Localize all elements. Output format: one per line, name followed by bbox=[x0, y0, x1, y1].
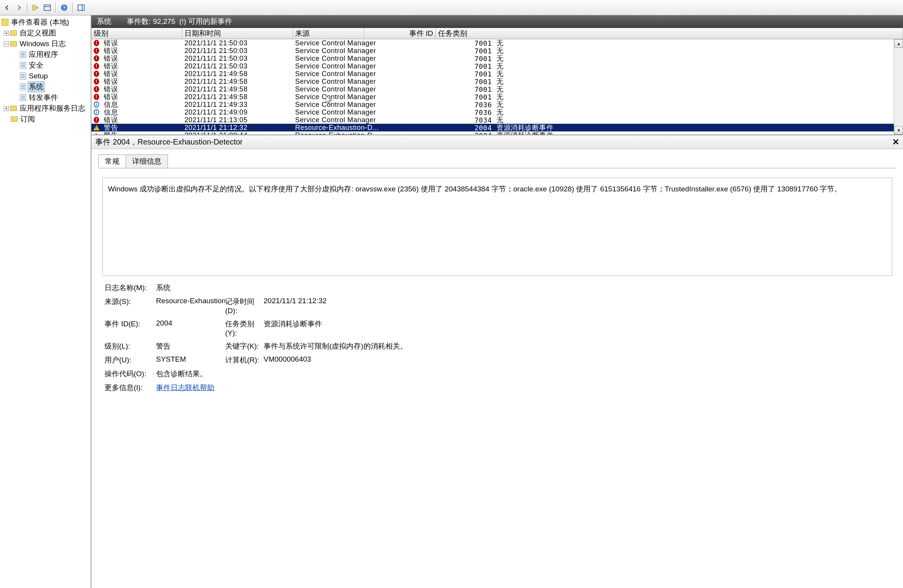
col-level[interactable]: 级别 bbox=[91, 28, 182, 39]
row-icon-cell: ! bbox=[91, 71, 101, 77]
row-source: Service Control Manager bbox=[293, 70, 423, 78]
event-row[interactable]: !错误2021/11/1 21:49:58Service Control Man… bbox=[91, 70, 903, 78]
row-icon-cell: ! bbox=[91, 48, 101, 54]
row-event-id: 7001 bbox=[423, 62, 494, 70]
col-datetime[interactable]: 日期和时间 bbox=[182, 28, 293, 39]
tree-application-log[interactable]: 应用程序 bbox=[0, 49, 91, 60]
row-icon-cell: ! bbox=[91, 78, 101, 85]
row-source: Service Control Manager bbox=[293, 101, 423, 109]
event-row[interactable]: 警告2021/11/1 21:12:32Resource-Exhaustion-… bbox=[91, 124, 903, 131]
log-icon bbox=[20, 73, 26, 80]
tree-custom-views[interactable]: + 自定义视图 bbox=[0, 28, 91, 38]
tree-system-log[interactable]: 系统 bbox=[0, 81, 91, 92]
label-log-name: 日志名称(M): bbox=[105, 283, 156, 293]
properties-button[interactable] bbox=[41, 2, 53, 13]
label-record-time: 记录时间(D): bbox=[225, 297, 264, 315]
tree-setup-log[interactable]: Setup bbox=[0, 71, 91, 81]
tree-security-log[interactable]: 安全 bbox=[0, 60, 91, 71]
error-icon: ! bbox=[94, 55, 99, 61]
tree-label: 安全 bbox=[28, 60, 45, 70]
event-row[interactable]: !错误2021/11/1 21:50:03Service Control Man… bbox=[91, 39, 903, 47]
main-container: 事件查看器 (本地) + 自定义视图 − Windows 日志 应用程序 安全 … bbox=[0, 15, 903, 588]
event-viewer-icon bbox=[2, 19, 8, 26]
action-pane-button[interactable] bbox=[75, 2, 87, 13]
more-info-link[interactable]: 事件日志联机帮助 bbox=[156, 383, 896, 393]
close-icon[interactable]: ✕ bbox=[892, 137, 899, 147]
row-source: Service Control Manager bbox=[293, 78, 423, 86]
tree-app-service-logs[interactable]: + 应用程序和服务日志 bbox=[0, 103, 91, 114]
event-row[interactable]: !错误2021/11/1 21:49:58Service Control Man… bbox=[91, 93, 903, 101]
value-opcode: 包含诊断结果。 bbox=[156, 369, 896, 379]
tab-general[interactable]: 常规 bbox=[98, 154, 126, 168]
forward-button[interactable] bbox=[13, 2, 25, 13]
tree-forwarded-events[interactable]: 转发事件 bbox=[0, 92, 91, 103]
back-button[interactable] bbox=[2, 2, 13, 13]
row-event-id: 7001 bbox=[423, 78, 494, 86]
label-more-info: 更多信息(I): bbox=[105, 383, 156, 393]
show-hide-tree-button[interactable] bbox=[30, 2, 41, 13]
event-row[interactable]: !错误2021/11/1 21:49:58Service Control Man… bbox=[91, 85, 903, 93]
tree-windows-logs[interactable]: − Windows 日志 bbox=[0, 38, 91, 49]
row-datetime: 2021/11/1 21:50:03 bbox=[182, 47, 293, 55]
row-event-id: 2004 bbox=[423, 131, 494, 136]
right-pane: 系统 事件数: 92,275 (!) 可用的新事件 级别 日期和时间 来源 事件… bbox=[91, 15, 903, 588]
row-datetime: 2021/11/1 21:50:03 bbox=[182, 39, 293, 47]
expand-icon[interactable]: + bbox=[4, 31, 9, 36]
toolbar-separator bbox=[55, 2, 56, 13]
col-label: 事件 ID bbox=[409, 28, 433, 38]
tree-root[interactable]: 事件查看器 (本地) bbox=[0, 17, 91, 28]
tab-details[interactable]: 详细信息 bbox=[126, 154, 168, 168]
collapse-icon[interactable]: − bbox=[4, 42, 9, 47]
tree-label: 转发事件 bbox=[28, 93, 59, 103]
scroll-track[interactable] bbox=[894, 48, 903, 126]
event-row[interactable]: !错误2021/11/1 21:13:05Service Control Man… bbox=[91, 116, 903, 124]
help-button[interactable]: ? bbox=[58, 2, 70, 13]
row-event-id: 7001 bbox=[423, 39, 494, 47]
scroll-up-button[interactable]: ▴ bbox=[894, 39, 903, 48]
row-datetime: 2021/11/1 21:49:33 bbox=[182, 101, 293, 109]
tree-subscriptions[interactable]: 订阅 bbox=[0, 114, 91, 125]
event-row[interactable]: i信息2021/11/1 21:49:09Service Control Man… bbox=[91, 108, 903, 116]
event-row[interactable]: !错误2021/11/1 21:50:03Service Control Man… bbox=[91, 62, 903, 70]
row-source: Service Control Manager bbox=[293, 85, 423, 93]
event-row[interactable]: !错误2021/11/1 21:50:03Service Control Man… bbox=[91, 55, 903, 62]
tree-label: 应用程序 bbox=[28, 50, 59, 60]
value-computer: VM000006403 bbox=[264, 355, 896, 365]
col-event-id[interactable]: 事件 ID bbox=[364, 28, 436, 39]
error-icon: ! bbox=[94, 48, 99, 54]
event-row[interactable]: !错误2021/11/1 21:50:03Service Control Man… bbox=[91, 47, 903, 55]
label-event-id: 事件 ID(E): bbox=[105, 319, 156, 337]
svg-text:?: ? bbox=[63, 5, 66, 10]
row-icon-cell: i bbox=[91, 109, 101, 115]
svg-rect-0 bbox=[33, 5, 35, 10]
new-events-indicator: (!) 可用的新事件 bbox=[179, 17, 232, 27]
event-row[interactable]: 警告2021/11/1 21:00:44Resource-Exhaustion-… bbox=[91, 131, 903, 135]
value-source: Resource-Exhaustion-Dete bbox=[156, 297, 225, 315]
row-datetime: 2021/11/1 21:12:32 bbox=[182, 124, 293, 132]
vertical-scrollbar[interactable]: ▴ ▾ bbox=[894, 39, 903, 135]
scroll-down-button[interactable]: ▾ bbox=[894, 126, 903, 135]
row-event-id: 7034 bbox=[423, 116, 494, 124]
row-source: Service Control Manager bbox=[293, 108, 423, 116]
value-task-cat: 资源消耗诊断事件 bbox=[264, 319, 896, 337]
detail-pane: 事件 2004，Resource-Exhaustion-Detector ✕ 常… bbox=[91, 135, 903, 588]
toolbar-separator bbox=[27, 2, 28, 13]
row-icon-cell: ! bbox=[91, 40, 101, 46]
value-record-time: 2021/11/1 21:12:32 bbox=[264, 297, 896, 315]
col-source[interactable]: 来源 bbox=[293, 28, 364, 39]
row-source: Resource-Exhaustion-D... bbox=[293, 124, 423, 132]
log-title: 系统 bbox=[97, 17, 111, 27]
event-row[interactable]: i信息2021/11/1 21:49:33Service Control Man… bbox=[91, 101, 903, 108]
event-count-label: 事件数: bbox=[127, 17, 151, 27]
expand-icon[interactable]: + bbox=[4, 106, 9, 111]
toolbar: ? bbox=[0, 0, 903, 15]
row-event-id: 7036 bbox=[423, 108, 494, 116]
event-properties: 日志名称(M): 系统 来源(S): Resource-Exhaustion-D… bbox=[105, 283, 896, 393]
col-label: 日期和时间 bbox=[184, 28, 221, 38]
log-header-bar: 系统 事件数: 92,275 (!) 可用的新事件 bbox=[91, 15, 903, 28]
row-datetime: 2021/11/1 21:49:58 bbox=[182, 78, 293, 86]
folder-icon bbox=[10, 41, 17, 47]
tab-label: 详细信息 bbox=[132, 157, 161, 165]
col-task[interactable]: 任务类别 bbox=[436, 28, 903, 39]
event-row[interactable]: !错误2021/11/1 21:49:58Service Control Man… bbox=[91, 78, 903, 85]
